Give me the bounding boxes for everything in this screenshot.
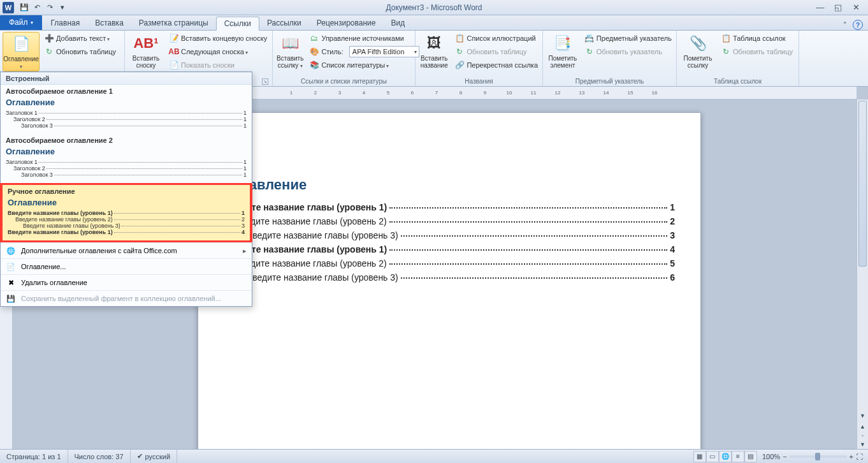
insert-citation-button[interactable]: 📖Вставить ссылку xyxy=(275,32,305,70)
show-notes-icon: 📄 xyxy=(169,60,179,70)
view-outline[interactable]: ≡ xyxy=(732,451,744,462)
save-icon[interactable]: 💾 xyxy=(19,3,29,13)
endnote-icon: 📝 xyxy=(169,33,179,43)
toc-dialog-icon: 📄 xyxy=(6,261,16,272)
tab-insert[interactable]: Вставка xyxy=(87,16,131,30)
minimize-button[interactable]: ― xyxy=(813,3,827,13)
redo-icon[interactable]: ↷ xyxy=(45,3,55,13)
gallery-preview-auto2[interactable]: Оглавление Заголовок 11Заголовок 21Загол… xyxy=(6,147,247,178)
status-language[interactable]: ✔русский xyxy=(131,450,177,463)
prev-page-icon[interactable]: ▲ xyxy=(857,422,868,431)
toc-entry[interactable]: Введите название главы (уровень 1)1 xyxy=(224,202,675,212)
gallery-preview-auto1[interactable]: Оглавление Заголовок 11Заголовок 21Загол… xyxy=(6,98,247,129)
mark-citation-button[interactable]: 📎Пометить ссылку xyxy=(679,32,716,70)
tab-references[interactable]: Ссылки xyxy=(216,17,259,31)
tab-review[interactable]: Рецензирование xyxy=(309,16,384,30)
mark-entry-button[interactable]: 📑Пометить элемент xyxy=(546,32,580,70)
tab-view[interactable]: Вид xyxy=(383,16,412,30)
manage-sources-icon: 🗂 xyxy=(309,33,319,43)
file-tab[interactable]: Файл▾ xyxy=(0,15,42,30)
view-draft[interactable]: ▤ xyxy=(744,451,757,462)
zoom-value[interactable]: 100% xyxy=(762,453,780,460)
insert-caption-button[interactable]: 🖼Вставить название xyxy=(418,32,450,70)
scroll-thumb[interactable] xyxy=(858,101,867,267)
footnotes-launcher[interactable]: ↘ xyxy=(262,78,268,85)
citation-style-select[interactable]: 🎨Стиль: APA Fifth Edition xyxy=(307,45,421,58)
zoom-out-button[interactable]: − xyxy=(783,453,786,460)
spellcheck-icon: ✔ xyxy=(137,452,143,460)
update-figures-button: ↻Обновить таблицу xyxy=(452,45,540,58)
update-toa-button: ↻Обновить таблицу xyxy=(719,45,795,58)
zoom-slider[interactable] xyxy=(790,455,847,458)
insert-footnote-button[interactable]: AB¹Вставить сноску xyxy=(127,32,164,70)
view-web[interactable]: 🌐 xyxy=(719,451,732,462)
bibliography-button[interactable]: 📚Список литературы xyxy=(307,59,421,71)
gallery-more-online[interactable]: 🌐Дополнительные оглавления с сайта Offic… xyxy=(1,242,252,258)
caption-icon: 🖼 xyxy=(424,33,444,54)
plus-icon: ➕ xyxy=(44,33,54,43)
view-fullscreen[interactable]: ▭ xyxy=(706,451,719,462)
qat-customize-icon[interactable]: ▾ xyxy=(57,3,68,13)
mark-entry-icon: 📑 xyxy=(553,33,573,54)
toc-icon: 📄 xyxy=(11,34,31,54)
toc-entry[interactable]: Введите название главы (уровень 1)4 xyxy=(224,244,675,254)
status-word-count[interactable]: Число слов: 37 xyxy=(68,450,131,463)
restore-button[interactable]: ◱ xyxy=(831,3,845,13)
group-label-index: Предметный указатель xyxy=(546,77,674,86)
style-icon: 🎨 xyxy=(309,47,319,57)
tab-layout[interactable]: Разметка страницы xyxy=(131,16,216,30)
gallery-option-manual-highlighted[interactable]: Ручное оглавление Оглавление Введите наз… xyxy=(0,183,252,242)
update-index-button: ↻Обновить указатель xyxy=(582,45,674,58)
insert-toa-button[interactable]: 📋Таблица ссылок xyxy=(719,32,795,45)
zoom-control: 100% − + ⛶ xyxy=(757,453,868,460)
refresh-icon: ↻ xyxy=(721,47,731,57)
gallery-remove-toc[interactable]: ✖Удалить оглавление xyxy=(1,274,252,290)
update-toc-button[interactable]: ↻Обновить таблицу xyxy=(42,45,118,58)
bibliography-icon: 📚 xyxy=(309,60,319,70)
view-print-layout[interactable]: ▦ xyxy=(693,451,706,462)
next-page-icon[interactable]: ▼ xyxy=(857,440,868,449)
gallery-option-auto2[interactable]: Автособираемое оглавление 2 xyxy=(1,134,252,145)
titlebar: W 💾 ↶ ↷ ▾ Документ3 - Microsoft Word ― ◱… xyxy=(0,0,868,15)
scroll-down-icon[interactable]: ▼ xyxy=(857,411,868,421)
refresh-icon: ↻ xyxy=(584,47,595,57)
list-of-figures-button[interactable]: 📋Список иллюстраций xyxy=(452,32,540,45)
insert-index-button[interactable]: 📇Предметный указатель xyxy=(582,32,674,45)
vertical-scrollbar[interactable]: ▲ ▼ ▲ ◦ ▼ xyxy=(857,99,868,449)
zoom-in-button[interactable]: + xyxy=(850,453,853,460)
toc-entry[interactable]: Введите название главы (уровень 3)6 xyxy=(224,272,675,283)
browse-object-icon[interactable]: ◦ xyxy=(857,431,868,440)
close-button[interactable]: ✕ xyxy=(849,3,863,13)
ribbon-minimize-icon[interactable]: ˄ xyxy=(840,20,850,30)
gallery-option-auto1[interactable]: Автособираемое оглавление 1 xyxy=(1,85,252,96)
undo-icon[interactable]: ↶ xyxy=(32,3,42,13)
toc-entry[interactable]: Введите название главы (уровень 2)2 xyxy=(224,216,675,226)
toc-entry[interactable]: Введите название главы (уровень 2)5 xyxy=(224,258,675,268)
remove-icon: ✖ xyxy=(6,277,16,288)
toc-button[interactable]: 📄 Оглавление xyxy=(3,32,40,71)
add-text-button[interactable]: ➕Добавить текст xyxy=(42,32,118,45)
style-combobox[interactable]: APA Fifth Edition xyxy=(349,46,419,57)
tab-home[interactable]: Главная xyxy=(43,16,88,30)
toc-gallery-dropdown: Встроенный Автособираемое оглавление 1 О… xyxy=(0,71,252,307)
cross-reference-button[interactable]: 🔗Перекрестная ссылка xyxy=(452,59,540,71)
ribbon-tabs: Файл▾ Главная Вставка Разметка страницы … xyxy=(0,15,868,31)
group-label-toa: Таблица ссылок xyxy=(679,77,796,86)
gallery-save-selection: 💾Сохранить выделенный фрагмент в коллекц… xyxy=(1,290,252,306)
gallery-custom-toc[interactable]: 📄Оглавление... xyxy=(1,258,252,274)
tab-mailings[interactable]: Рассылки xyxy=(259,16,309,30)
mark-citation-icon: 📎 xyxy=(688,33,708,54)
zoom-fit-icon[interactable]: ⛶ xyxy=(856,453,863,460)
insert-endnote-button[interactable]: 📝Вставить концевую сноску xyxy=(167,32,269,45)
page[interactable]: Оглавление Введите название главы (урове… xyxy=(198,112,701,449)
next-footnote-button[interactable]: ABСледующая сноска xyxy=(167,45,269,58)
manage-sources-button[interactable]: 🗂Управление источниками xyxy=(307,32,421,45)
index-icon: 📇 xyxy=(584,33,595,43)
toc-title[interactable]: Оглавление xyxy=(224,177,675,193)
group-label-captions: Названия xyxy=(418,77,540,86)
toc-entry[interactable]: Введите название главы (уровень 3)3 xyxy=(224,230,675,240)
status-page[interactable]: Страница: 1 из 1 xyxy=(0,450,68,463)
show-footnotes-button: 📄Показать сноски xyxy=(167,59,269,71)
status-bar: Страница: 1 из 1 Число слов: 37 ✔русский… xyxy=(0,449,868,463)
help-icon[interactable]: ? xyxy=(853,20,863,30)
